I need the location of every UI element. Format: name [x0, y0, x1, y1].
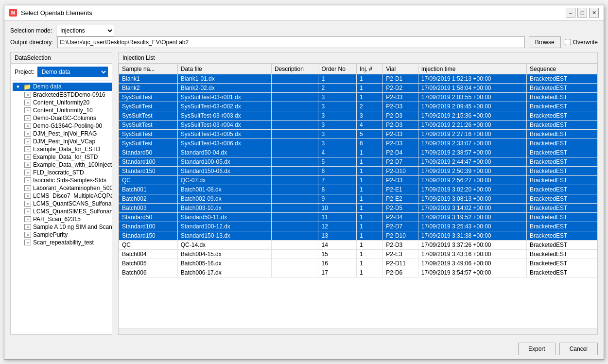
horizontal-scrollbar[interactable] [119, 329, 597, 334]
table-row[interactable]: QCQC-14.dx141P2-D317/09/2019 3:37:26 +00… [119, 240, 597, 249]
table-cell-orderno: 12 [318, 222, 356, 231]
tree-item[interactable]: ≡Demo-G1364C-Pooling-00 [22, 122, 112, 130]
table-cell-orderno: 3 [318, 129, 356, 139]
overwrite-checkbox-wrap[interactable]: Overwrite [565, 39, 598, 46]
table-row[interactable]: SysSuitTestSysSuitTest-03-r006.dx36P2-D3… [119, 139, 597, 148]
tree-item[interactable]: ≡DJM_Pest_InjVol_FRAG [22, 130, 112, 138]
tree-item[interactable]: ≡SamplePurity [22, 231, 112, 239]
tree-item[interactable]: ≡Isocratic Stds-Samples-Stds [22, 176, 112, 184]
table-cell-inj: 6 [356, 139, 382, 148]
table-cell-description [271, 74, 318, 83]
col-header-description[interactable]: Description [271, 64, 318, 74]
table-cell-orderno: 13 [318, 231, 356, 240]
tree-item[interactable]: ≡DJM_Pest_InjVol_VCap [22, 138, 112, 145]
project-dropdown[interactable]: Demo data [37, 67, 108, 77]
export-button[interactable]: Export [518, 343, 556, 355]
col-header-samplena[interactable]: Sample na... [119, 64, 178, 74]
table-cell-inj: 1 [356, 175, 382, 185]
col-header-vial[interactable]: Vial [383, 64, 418, 74]
table-cell-injectiontime: 17/09/2019 2:03:55 +00:00 [418, 92, 526, 102]
maximize-button[interactable]: □ [577, 8, 587, 17]
cancel-button[interactable]: Cancel [559, 343, 598, 355]
table-row[interactable]: SysSuitTestSysSuitTest-03-r005.dx35P2-D3… [119, 129, 597, 139]
tree-item[interactable]: ≡Scan_repeatability_test [22, 239, 112, 246]
tree-item-root[interactable]: ▼ 📁 Demo data [13, 83, 112, 91]
output-dir-input[interactable] [57, 36, 525, 48]
table-row[interactable]: Standard50Standard50-04.dx41P2-D417/09/2… [119, 148, 597, 157]
table-cell-injectiontime: 17/09/2019 1:58:04 +00:00 [418, 83, 526, 92]
table-row[interactable]: SysSuitTestSysSuitTest-03-r001.dx31P2-D3… [119, 92, 597, 102]
table-row[interactable]: Blank2Blank2-02.dx21P2-D217/09/2019 1:58… [119, 83, 597, 92]
table-row[interactable]: Batch003Batch003-10.dx101P2-D517/09/2019… [119, 203, 597, 212]
tree-item[interactable]: ≡Demo-DualGC-Columns [22, 114, 112, 122]
sequence-icon: ≡ [24, 131, 31, 137]
table-cell-injectiontime: 17/09/2019 2:50:39 +00:00 [418, 166, 526, 175]
table-row[interactable]: Standard150Standard150-13.dx131P2-D1017/… [119, 231, 597, 240]
tree-item[interactable]: ≡PAH_Scan_62315 [22, 215, 112, 223]
table-cell-datafile: QC-14.dx [177, 240, 271, 249]
tree-item[interactable]: ≡LCMS_QuantSCANS_Sulfonamides [22, 200, 112, 208]
col-header-datafile[interactable]: Data file [177, 64, 271, 74]
col-header-sequence[interactable]: Sequence [527, 64, 597, 74]
table-row[interactable]: Standard50Standard50-11.dx111P2-D417/09/… [119, 212, 597, 222]
tree-item[interactable]: ≡Content_Uniformity20 [22, 99, 112, 106]
table-cell-injectiontime: 17/09/2019 3:37:26 +00:00 [418, 240, 526, 249]
table-row[interactable]: Standard150Standard150-06.dx61P2-D1017/0… [119, 166, 597, 175]
table-row[interactable]: SysSuitTestSysSuitTest-03-r004.dx34P2-D3… [119, 120, 597, 129]
tree-item[interactable]: ≡Content_Uniformity_10 [22, 106, 112, 114]
table-cell-samplena: Standard150 [119, 166, 178, 175]
tree-item[interactable]: ≡Laborant_Acetaminophen_500CH007 [22, 184, 112, 192]
tree-area[interactable]: ▼ 📁 Demo data ≡BracketedESTDDemo-0916≡Co… [11, 81, 112, 334]
close-button[interactable]: ✕ [589, 8, 599, 17]
overwrite-checkbox[interactable] [565, 39, 571, 45]
table-cell-datafile: Batch004-15.dx [177, 249, 271, 259]
sequence-icon: ≡ [24, 216, 31, 222]
table-row[interactable]: QCQC-07.dx71P2-D317/09/2019 2:56:27 +00:… [119, 175, 597, 185]
table-cell-vial: P2-D4 [383, 212, 418, 222]
table-row[interactable]: Standard100Standard100-12.dx121P2-D717/0… [119, 222, 597, 231]
tree-item[interactable]: ≡LCMS_QuantSIMES_Sulfonamides [22, 208, 112, 215]
tree-item[interactable]: ≡FLD_Isocratic_STD [22, 169, 112, 176]
table-cell-orderno: 10 [318, 203, 356, 212]
table-cell-samplena: SysSuitTest [119, 120, 178, 129]
minimize-button[interactable]: – [566, 8, 575, 17]
table-row[interactable]: Standard100Standard100-05.dx51P2-D717/09… [119, 157, 597, 166]
output-dir-toolbar: Output directory: Browse Overwrite [4, 36, 604, 52]
tree-item[interactable]: ≡BracketedESTDDemo-0916 [22, 91, 112, 99]
tree-root: ▼ 📁 Demo data ≡BracketedESTDDemo-0916≡Co… [11, 83, 112, 246]
table-cell-inj: 1 [356, 83, 382, 92]
table-row[interactable]: Batch004Batch004-15.dx151P2-E317/09/2019… [119, 249, 597, 259]
table-cell-inj: 1 [356, 203, 382, 212]
table-cell-samplena: SysSuitTest [119, 139, 178, 148]
table-row[interactable]: Batch001Batch001-08.dx81P2-E117/09/2019 … [119, 185, 597, 194]
table-row[interactable]: Batch002Batch002-09.dx91P2-E217/09/2019 … [119, 194, 597, 203]
table-cell-datafile: QC-07.dx [177, 175, 271, 185]
table-row[interactable]: Blank1Blank1-01.dx11P2-D117/09/2019 1:52… [119, 74, 597, 83]
table-cell-samplena: Batch003 [119, 203, 178, 212]
tree-item[interactable]: ≡Sample A 10 ng SIM and Scan [22, 223, 112, 231]
col-header-injectiontime[interactable]: Injection time [418, 64, 526, 74]
table-cell-samplena: Batch001 [119, 185, 178, 194]
table-row[interactable]: SysSuitTestSysSuitTest-03-r002.dx32P2-D3… [119, 102, 597, 111]
table-cell-orderno: 15 [318, 249, 356, 259]
selection-mode-dropdown[interactable]: Injections [56, 25, 114, 36]
browse-button[interactable]: Browse [529, 36, 561, 48]
table-container[interactable]: Sample na...Data fileDescriptionOrder No… [119, 64, 597, 329]
table-row[interactable]: Batch006Batch006-17.dx171P2-D617/09/2019… [119, 268, 597, 277]
sequence-icon: ≡ [24, 154, 31, 160]
table-cell-inj: 1 [356, 92, 382, 102]
tree-item[interactable]: ≡LCMS_Disco7_MultipleACQParameters [22, 192, 112, 200]
table-row[interactable]: SysSuitTestSysSuitTest-03-r003.dx33P2-D3… [119, 111, 597, 120]
table-cell-inj: 1 [356, 240, 382, 249]
col-header-inj[interactable]: Inj. # [356, 64, 382, 74]
table-cell-inj: 1 [356, 212, 382, 222]
table-cell-injectiontime: 17/09/2019 2:44:47 +00:00 [418, 157, 526, 166]
tree-item-label: LCMS_QuantSCANS_Sulfonamides [33, 200, 112, 207]
tree-item[interactable]: ≡Example_Data_for_ISTD [22, 153, 112, 161]
tree-item[interactable]: ≡Example_Data_with_100Injections [22, 161, 112, 169]
table-cell-description [271, 259, 318, 268]
table-row[interactable]: Batch005Batch005-16.dx161P2-D1117/09/201… [119, 259, 597, 268]
tree-item[interactable]: ≡Example_Data_for_ESTD [22, 145, 112, 153]
table-cell-injectiontime: 17/09/2019 2:38:57 +00:00 [418, 148, 526, 157]
col-header-orderno[interactable]: Order No [318, 64, 356, 74]
